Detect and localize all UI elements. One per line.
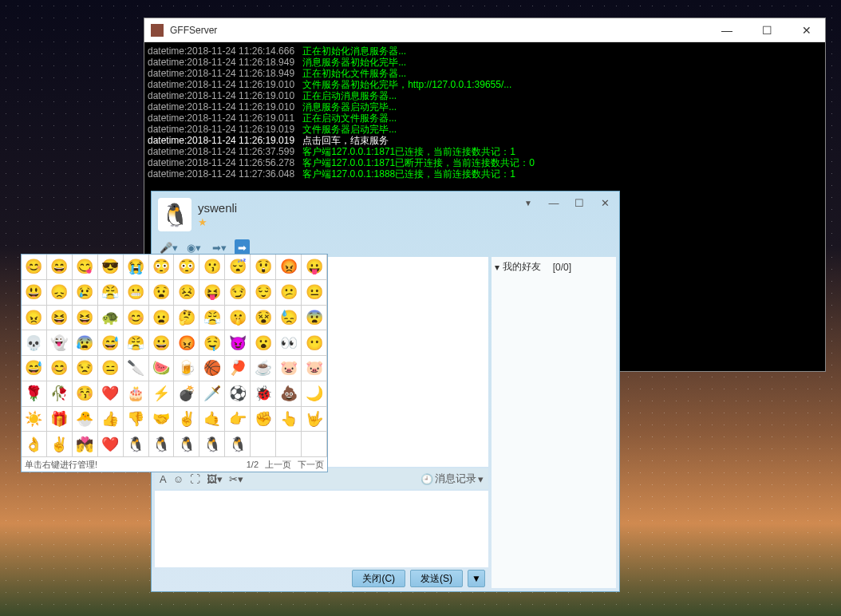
image-button[interactable]: 🖼▾ [207,473,223,485]
emoji-cell[interactable]: 😓 [276,306,302,331]
emoji-cell[interactable]: 🤝 [149,407,175,432]
emoji-cell[interactable]: 👻 [47,330,73,356]
emoji-cell[interactable]: 👎 [124,407,149,432]
emoji-cell[interactable]: 🏀 [199,356,225,381]
emoji-cell[interactable]: 😊 [47,356,73,381]
emoji-cell[interactable]: 🤙 [199,407,225,432]
send-dropdown[interactable]: ▼ [468,570,485,587]
emoji-cell[interactable] [302,432,327,457]
emoji-cell[interactable]: 🐧 [225,432,251,457]
emoji-cell[interactable]: 👀 [276,330,302,356]
avatar[interactable]: 🐧 [158,198,191,231]
emoji-cell[interactable]: 🍺 [174,356,199,381]
emoji-cell[interactable]: 😎 [98,255,124,280]
cut-button[interactable]: ✂▾ [229,473,243,485]
emoji-cell[interactable]: ✌️ [174,407,199,432]
emoji-cell[interactable]: ⚡ [149,381,175,407]
emoji-cell[interactable]: 🐣 [73,407,98,432]
voice-icon[interactable]: 🎤▾ [158,239,179,255]
emoji-cell[interactable]: 😡 [276,255,302,280]
emoji-cell[interactable]: 😳 [149,255,175,280]
emoji-cell[interactable]: 🤤 [199,330,225,356]
maximize-button[interactable]: ☐ [755,22,779,38]
emoji-cell[interactable]: 🐧 [149,432,175,457]
emoji-button[interactable]: ☺ [173,473,184,485]
emoji-cell[interactable]: 😑 [98,356,124,381]
emoji-cell[interactable]: 👆 [276,407,302,432]
emoji-cell[interactable]: 😴 [225,255,251,280]
minimize-button[interactable]: — [543,195,565,211]
emoji-cell[interactable]: 😅 [22,356,47,381]
emoji-cell[interactable]: 😆 [73,306,98,331]
emoji-cell[interactable]: ✌️ [47,432,73,457]
emoji-cell[interactable]: 😏 [225,280,251,306]
emoji-cell[interactable]: 😅 [98,330,124,356]
emoji-cell[interactable]: 😀 [149,330,175,356]
close-chat-button[interactable]: 关闭(C) [352,570,405,587]
emoji-cell[interactable]: 😵 [251,306,276,331]
minimize-button[interactable]: — [715,22,739,38]
emoji-cell[interactable]: 😶 [302,330,327,356]
emoji-cell[interactable]: 😮 [251,330,276,356]
emoji-cell[interactable]: 😚 [73,381,98,407]
emoji-cell[interactable]: 🌙 [302,381,327,407]
dropdown-button[interactable]: ▼ [517,195,539,211]
emoji-cell[interactable]: 😐 [302,280,327,306]
emoji-cell[interactable]: 🎁 [47,407,73,432]
emoji-cell[interactable]: 😃 [22,280,47,306]
emoji-cell[interactable]: 👌 [22,432,47,457]
emoji-cell[interactable]: 😄 [47,255,73,280]
emoji-cell[interactable]: 😡 [174,330,199,356]
emoji-cell[interactable]: 😤 [124,330,149,356]
emoji-cell[interactable]: 😗 [199,255,225,280]
emoji-cell[interactable]: 😤 [199,306,225,331]
emoji-cell[interactable]: 🐧 [174,432,199,457]
emoji-cell[interactable]: 💩 [276,381,302,407]
emoji-cell[interactable]: 🤫 [225,306,251,331]
emoji-cell[interactable]: 💣 [174,381,199,407]
emoji-cell[interactable]: 🐞 [251,381,276,407]
record-icon[interactable]: ◉▾ [184,239,204,255]
emoji-cell[interactable]: 🍉 [149,356,175,381]
send-file-icon[interactable]: ➡▾ [209,239,230,255]
emoji-cell[interactable]: 😛 [302,255,327,280]
emoji-cell[interactable]: 😨 [302,306,327,331]
emoji-cell[interactable] [276,432,302,457]
screenshot-button[interactable]: ⛶ [190,473,200,485]
emoji-cell[interactable]: 🥀 [47,381,73,407]
emoji-cell[interactable]: 👉 [225,407,251,432]
emoji-cell[interactable]: 💀 [22,330,47,356]
emoji-cell[interactable]: 🐷 [302,356,327,381]
font-button[interactable]: A [160,473,167,485]
prev-page[interactable]: 上一页 [265,459,291,471]
emoji-cell[interactable]: 🔪 [124,356,149,381]
emoji-cell[interactable]: 🐢 [98,306,124,331]
emoji-cell[interactable]: ❤️ [98,432,124,457]
screen-share-icon[interactable]: ➡ [235,239,250,255]
emoji-cell[interactable]: 🐧 [199,432,225,457]
emoji-cell[interactable]: 😒 [73,356,98,381]
console-titlebar[interactable]: GFFServer — ☐ ✕ [144,18,825,42]
emoji-cell[interactable]: 💏 [73,432,98,457]
emoji-cell[interactable]: 😭 [124,255,149,280]
maximize-button[interactable]: ☐ [568,195,590,211]
emoji-cell[interactable]: ☕ [251,356,276,381]
emoji-cell[interactable]: ⚽ [225,381,251,407]
emoji-cell[interactable]: 🌹 [22,381,47,407]
emoji-cell[interactable]: 😝 [199,280,225,306]
emoji-cell[interactable]: ✊ [251,407,276,432]
emoji-cell[interactable]: 😧 [149,280,175,306]
emoji-cell[interactable]: 😌 [251,280,276,306]
close-button[interactable]: ✕ [795,22,819,38]
emoji-cell[interactable]: ☀️ [22,407,47,432]
emoji-cell[interactable]: 😬 [124,280,149,306]
emoji-cell[interactable]: 😠 [22,306,47,331]
emoji-cell[interactable]: 😲 [251,255,276,280]
send-button[interactable]: 发送(S) [410,570,463,587]
emoji-cell[interactable]: 😦 [149,306,175,331]
emoji-cell[interactable]: 😈 [225,330,251,356]
emoji-cell[interactable]: 🐷 [276,356,302,381]
emoji-cell[interactable]: 😆 [47,306,73,331]
emoji-cell[interactable]: 😳 [174,255,199,280]
emoji-cell[interactable]: 🎂 [124,381,149,407]
